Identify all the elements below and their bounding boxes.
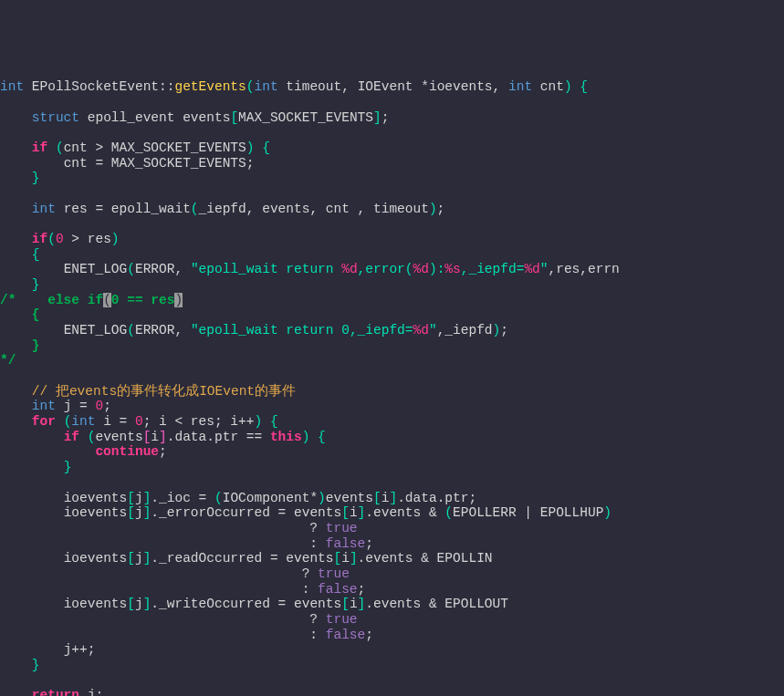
code-line: ioevents[j]._ioc = (IOComponent*)events[…: [0, 491, 476, 505]
code-line: ? true: [0, 612, 358, 627]
code-line: }: [0, 277, 40, 292]
code-line: : false;: [0, 628, 373, 642]
code-line: ioevents[j]._readOccurred = events[i].ev…: [0, 551, 493, 566]
code-line: : false;: [0, 582, 365, 597]
code-line: return j;: [0, 688, 103, 696]
code-line: ? true: [0, 521, 358, 535]
code-line: if(0 > res): [0, 232, 120, 246]
code-line: cnt = MAX_SOCKET_EVENTS;: [0, 156, 254, 171]
code-line: int j = 0;: [0, 399, 111, 413]
code-line: for (int i = 0; i < res; i++) {: [0, 414, 278, 429]
code-line: if (events[i].data.ptr == this) {: [0, 430, 326, 444]
code-line: ENET_LOG(ERROR, "epoll_wait return 0,_ie…: [0, 323, 508, 338]
code-line: }: [0, 171, 40, 185]
code-line: {: [0, 307, 40, 322]
code-line: }: [0, 460, 71, 474]
code-line: if (cnt > MAX_SOCKET_EVENTS) {: [0, 140, 270, 155]
code-line: }: [0, 658, 40, 672]
code-line: j++;: [0, 642, 95, 657]
code-line: : false;: [0, 536, 373, 551]
code-line: struct epoll_event events[MAX_SOCKET_EVE…: [0, 110, 389, 125]
code-line: {: [0, 247, 40, 262]
code-line: int res = epoll_wait(_iepfd, events, cnt…: [0, 202, 444, 216]
matched-bracket-open: (: [103, 293, 111, 307]
code-line: ioevents[j]._errorOccurred = events[i].e…: [0, 505, 612, 520]
code-line: */: [0, 353, 16, 368]
code-line: /* else if(0 == res): [0, 293, 183, 307]
code-line: }: [0, 338, 40, 353]
code-line: continue;: [0, 444, 167, 459]
code-line: int EPollSocketEvent::getEvents(int time…: [0, 79, 588, 94]
code-line: ioevents[j]._writeOccurred = events[i].e…: [0, 597, 508, 611]
code-line: // 把events的事件转化成IOEvent的事件: [0, 384, 296, 399]
code-line: ENET_LOG(ERROR, "epoll_wait return %d,er…: [0, 262, 620, 276]
code-line: ? true: [0, 566, 350, 581]
code-editor-viewport[interactable]: int EPollSocketEvent::getEvents(int time…: [0, 61, 784, 696]
matched-bracket-close: ): [174, 293, 183, 307]
